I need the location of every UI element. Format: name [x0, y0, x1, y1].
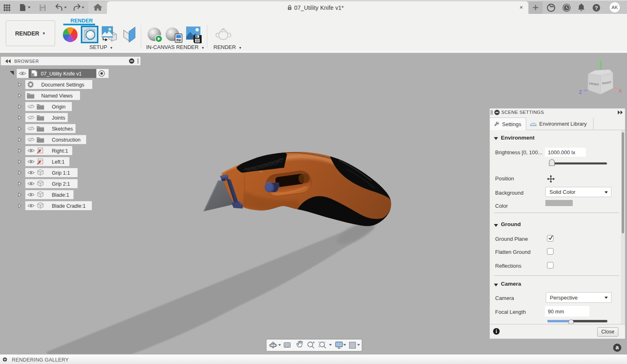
svg-text:Joints: Joints: [52, 115, 65, 121]
svg-text:Grip 2:1: Grip 2:1: [52, 181, 70, 187]
svg-text:07_Utility Knife v1: 07_Utility Knife v1: [41, 71, 82, 77]
svg-text:?: ?: [595, 5, 598, 11]
svg-text:Document Settings: Document Settings: [41, 82, 84, 88]
svg-text:Construction: Construction: [52, 137, 80, 143]
svg-text:AK: AK: [611, 5, 618, 10]
svg-text:Blade:1: Blade:1: [52, 192, 69, 198]
svg-text:Named Views: Named Views: [41, 93, 73, 99]
svg-text:Right:1: Right:1: [52, 148, 68, 154]
svg-text:Origin: Origin: [52, 104, 65, 110]
svg-text:Grip 1:1: Grip 1:1: [52, 170, 70, 176]
svg-text:Left:1: Left:1: [52, 159, 64, 165]
svg-text:Sketches: Sketches: [52, 126, 73, 132]
svg-text:Blade Cradle:1: Blade Cradle:1: [52, 203, 86, 209]
